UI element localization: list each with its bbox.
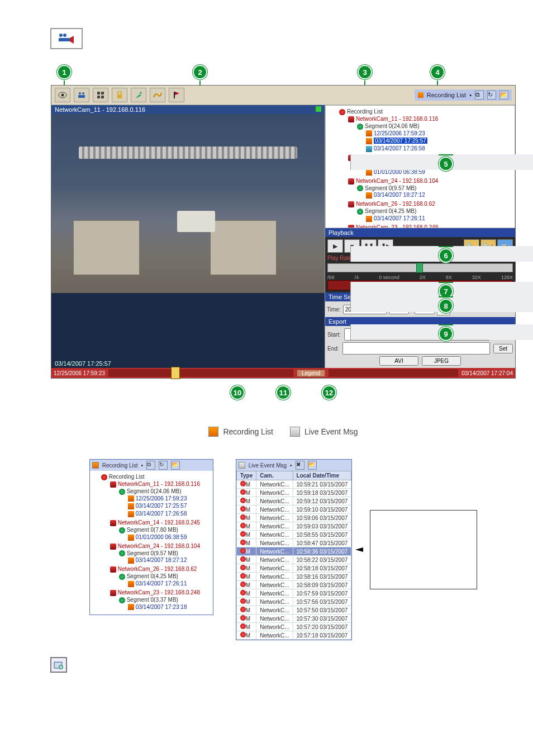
tree-node[interactable]: NetworkCam_11 - 192.168.0.116Segment 0(2… [110,480,211,519]
tree-node[interactable]: Segment 0(7.80 MB)01/01/2000 06:38:59 [119,526,211,542]
evt-icon [239,462,245,469]
badge-2: 2 [194,66,206,78]
evt-row[interactable]: MNetworkC...10:58:09 03/15/2007 [236,581,351,589]
tree-node[interactable]: Segment 0(24.06 MB)12/25/2006 17:59:2303… [119,488,211,518]
recording-list-swatch [208,427,218,437]
curve-icon[interactable] [150,88,165,102]
grid-icon[interactable] [93,88,108,102]
tree-node[interactable]: 12/25/2006 17:59:23 [128,495,211,503]
tools-icon[interactable] [131,88,146,102]
export-avi-button[interactable]: AVI [379,356,418,366]
tree-node[interactable]: 03/14/2007 18:27:12 [366,191,512,199]
evt-row[interactable]: MNetworkC...10:58:18 03/15/2007 [236,564,351,573]
tree-node[interactable]: Recording ListNetworkCam_11 - 192.168.0.… [101,473,211,612]
evt-row[interactable]: MNetworkC...10:57:20 03/15/2007 [236,623,351,631]
tree-toggle-icon[interactable]: ⧉ [146,461,155,470]
tree-node[interactable]: NetworkCam_24 - 192.168.0.104Segment 0(9… [110,542,211,566]
tree-node[interactable]: 03/14/2007 17:26:11 [128,580,211,588]
refresh-icon[interactable]: ↻ [487,91,496,100]
video-pane: NetworkCam_11 - 192.168.0.116 03/14/2007… [51,105,325,368]
export-end-input[interactable] [342,342,490,355]
evt-row[interactable]: MNetworkC...10:59:18 03/15/2007 [236,489,351,497]
play-rate-slider[interactable] [327,263,513,272]
app-logo-icon [50,28,83,49]
evt-col[interactable]: Type [236,471,256,480]
badge-4: 4 [431,66,444,78]
timeline-legend-button[interactable]: Legend [297,370,325,377]
tree-node[interactable]: Segment 0(3.37 MB)03/14/2007 17:23:18 [119,596,211,612]
eye-icon[interactable] [55,88,70,102]
recording-list-tree[interactable]: Recording ListNetworkCam_11 - 192.168.0.… [90,471,213,615]
people-icon[interactable] [74,88,89,102]
evt-row[interactable]: MNetworkC...10:58:22 03/15/2007 [236,556,351,564]
tree-node[interactable]: NetworkCam_11 - 192.168.0.116Segment 0(2… [348,115,512,154]
tree-node[interactable]: 03/14/2007 17:25:57 [128,502,211,510]
tree-node[interactable]: 01/01/2000 06:38:59 [128,533,211,541]
tree-node[interactable]: Segment 0(9.57 MB)03/14/2007 18:27:12 [357,185,512,200]
rec-list-icon [92,462,99,469]
tree-node[interactable]: 03/14/2007 17:25:57 [366,137,512,145]
main-toolbar: Recording List • ⧉ ↻ 📂 [51,86,515,105]
evt-col[interactable]: Local Date/Time [293,471,351,480]
svg-marker-3 [70,36,74,44]
evt-row[interactable]: MNetworkC...10:57:59 03/15/2007 [236,589,351,598]
tree-node[interactable]: Segment 0(24.06 MB)12/25/2006 17:59:2303… [357,122,512,153]
evt-row[interactable]: MNetworkC...10:59:06 03/15/2007 [236,514,351,522]
live-event-legend: Live Event Msg [304,427,358,436]
evt-row[interactable]: MNetworkC...10:59:03 03/15/2007 [236,522,351,531]
tree-node[interactable]: NetworkCam_24 - 192.168.0.104Segment 0(9… [348,177,512,201]
svg-point-6 [79,92,81,94]
svg-point-1 [63,34,66,37]
recording-list-panel: Recording List • ⧉ ↻ 📂 Recording ListNet… [89,459,213,615]
open-icon[interactable]: 📂 [308,461,317,470]
evt-col[interactable]: Cam. [256,471,293,480]
clear-icon[interactable]: ✖ [296,461,304,470]
open-folder-icon[interactable] [50,657,67,673]
lock-icon[interactable] [112,88,127,102]
badge-3: 3 [359,66,371,78]
evt-row[interactable]: MNetworkC...10:59:10 03/15/2007 [236,505,351,514]
tree-node[interactable]: NetworkCam_23 - 192.168.0.248Segment 0(3… [110,589,211,612]
rec-list-icon [418,92,423,98]
tree-node[interactable]: 03/14/2007 17:23:18 [128,603,211,611]
open-icon[interactable]: 📂 [499,91,508,100]
refresh-icon[interactable]: ↻ [159,461,168,470]
evt-row[interactable]: MNetworkC...10:57:30 03/15/2007 [236,615,351,623]
evt-row[interactable]: MNetworkC...10:58:55 03/15/2007 [236,531,351,539]
play-button[interactable]: ▶ [327,239,343,253]
svg-point-7 [82,92,84,94]
tree-node[interactable]: NetworkCam_23 - 192.168.0.248Segment 0(2… [348,224,512,228]
event-table[interactable]: TypeCam.Local Date/TimeMNetworkC...10:59… [236,471,352,640]
evt-row[interactable]: MNetworkC...10:58:47 03/15/2007 [236,539,351,547]
evt-row[interactable]: MNetworkC...10:59:12 03/15/2007 [236,497,351,505]
svg-rect-2 [59,38,70,41]
export-start-label: Start: [327,332,341,338]
export-jpg-button[interactable]: JPEG [422,356,461,366]
evt-row[interactable]: MNetworkC...10:59:21 03/15/2007 [236,480,351,489]
tree-toggle-icon[interactable]: ⧉ [475,91,484,100]
timeline-scrubber[interactable] [171,367,180,379]
evt-row[interactable]: MNetworkC...10:58:36 03/15/2007 [236,547,351,556]
evt-row[interactable]: MNetworkC...10:57:50 03/15/2007 [236,606,351,615]
svg-rect-9 [97,92,100,94]
tree-node[interactable]: Segment 0(4.25 MB)03/14/2007 17:26:11 [357,207,512,223]
tree-node[interactable]: 03/14/2007 17:26:58 [366,145,512,153]
open-icon[interactable]: 📂 [171,461,180,470]
export-end-set[interactable]: Set [493,344,513,353]
tree-node[interactable]: Segment 0(9.57 MB)03/14/2007 18:27:12 [119,550,211,565]
evt-row[interactable]: MNetworkC...10:58:16 03/15/2007 [236,573,351,581]
badge-7: 7 [440,285,452,297]
tree-node[interactable]: 12/25/2006 17:59:23 [366,130,512,138]
evt-row[interactable]: MNetworkC...10:57:18 03/15/2007 [236,631,351,640]
svg-rect-8 [78,95,85,98]
evt-row[interactable]: MNetworkC...10:57:56 03/15/2007 [236,598,351,606]
tree-node[interactable]: NetworkCam_26 - 192.168.0.62Segment 0(4.… [110,565,211,589]
tree-node[interactable]: NetworkCam_26 - 192.168.0.62Segment 0(4.… [348,200,512,224]
tree-node[interactable]: 03/14/2007 18:27:12 [128,556,211,564]
tree-node[interactable]: Segment 0(4.25 MB)03/14/2007 17:26:11 [119,573,211,588]
tree-node[interactable]: 03/14/2007 17:26:58 [128,510,211,518]
tree-node[interactable]: NetworkCam_14 - 192.168.0.245Segment 0(7… [110,519,211,542]
timeline-bar[interactable]: 12/25/2006 17:59:23 Legend 03/14/2007 17… [51,368,515,378]
tree-node[interactable]: 03/14/2007 17:26:11 [366,215,512,223]
flag-icon[interactable] [169,88,184,102]
